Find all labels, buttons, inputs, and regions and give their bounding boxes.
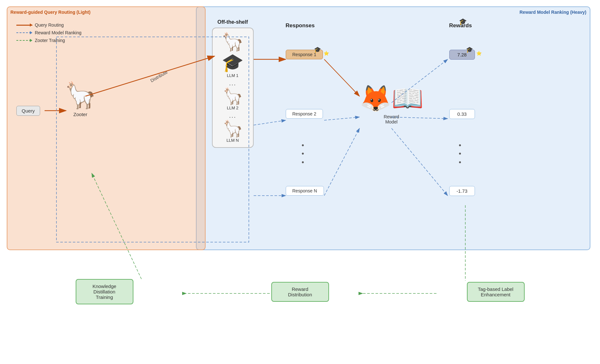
responses-header: Responses [286,22,315,29]
llmN-emoji: 🦙 [223,119,243,138]
llm-dots2: ... [229,112,236,119]
llm2-item: 🦙 LLM 2 [223,87,243,110]
responseN-label: Response N [292,188,317,193]
reward-dots: ••• [459,141,462,166]
llmN-item: 🦙 LLM N [223,119,243,143]
main-diagram: Reward Model Ranking (Heavy) Reward-guid… [7,6,594,356]
reward-distribution-label: RewardDistribution [288,286,312,297]
light-panel-label: Reward-guided Query Routing (Light) [11,10,91,15]
reward-distribution-box: RewardDistribution [271,282,329,302]
llm1-item: 🦙🎓 LLM 1 [219,31,247,78]
legend-reward-ranking: Reward Model Ranking [16,30,82,35]
reward2-value: 0.33 [457,111,467,117]
response2-label: Response 2 [292,111,317,116]
knowledge-distillation-label: KnowledgeDistillationTraining [92,284,116,300]
bottom-row: KnowledgeDistillationTraining RewardDist… [7,279,594,304]
heavy-panel-label: Reward Model Ranking (Heavy) [520,10,587,15]
reward-model-label: Reward Model [359,114,424,124]
llm2-emoji: 🦙 [223,87,243,106]
reward2-box: 0.33 [449,109,475,119]
panel-heavy: Reward Model Ranking (Heavy) [196,6,590,250]
knowledge-distillation-box: KnowledgeDistillationTraining [76,279,133,304]
offshelf-box: 🦙🎓 LLM 1 ... 🦙 LLM 2 ... 🦙 LLM N [212,28,254,148]
llmN-label: LLM N [226,138,239,143]
reward-model-container: 🦊📖 Reward Model [359,83,424,124]
rewardN-box: -1.73 [449,186,475,196]
zooter-label: Zooter [64,112,97,117]
tag-label-enhancement-label: Tag-based LabelEnhancement [478,286,513,297]
zooter-training-line [16,40,32,41]
reward1-box: 7.28 🎓 ⭐ [449,50,475,60]
legend-query-routing: Query Routing [16,22,82,28]
reward-ranking-label: Reward Model Ranking [35,30,82,35]
rewards-grad-cap: 🎓 [459,18,467,25]
zooter-emoji: 🦙 [64,80,97,110]
query-label: Query [22,108,35,114]
response1-label: Response 1 [292,52,317,57]
offshelf-container: Off-the-shelf 🦙🎓 LLM 1 ... 🦙 LLM 2 ... 🦙… [212,19,254,148]
legend: Query Routing Reward Model Ranking Zoote… [16,22,82,46]
reward1-value: 7.28 [457,52,467,57]
llm-dots1: ... [229,80,236,86]
response2-box: Response 2 [286,109,323,119]
llm1-label: LLM 1 [227,73,238,78]
query-routing-line [16,25,32,26]
reward-ranking-line [16,32,32,33]
llm1-emoji: 🦙🎓 [219,31,247,73]
query-routing-label: Query Routing [35,22,64,28]
rewardN-value: -1.73 [456,188,467,194]
legend-zooter-training: Zooter Training [16,38,82,43]
offshelf-label: Off-the-shelf [212,19,254,25]
tag-label-enhancement-box: Tag-based LabelEnhancement [467,282,525,302]
response-dots: ••• [302,141,305,166]
response1-box: Response 1 🎓 ⭐ [286,50,323,59]
reward-model-emoji: 🦊📖 [359,84,424,113]
zooter-container: 🦙 Zooter [64,80,97,117]
query-box: Query [16,106,40,116]
responseN-box: Response N [286,186,324,196]
zooter-training-label: Zooter Training [35,38,65,43]
llm2-label: LLM 2 [227,106,238,110]
